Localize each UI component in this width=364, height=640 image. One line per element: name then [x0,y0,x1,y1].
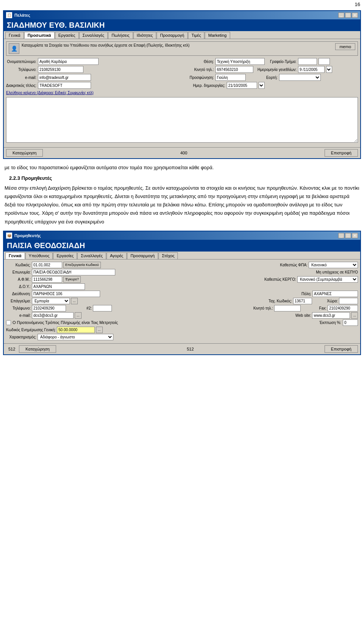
email-input[interactable] [38,74,91,81]
close2-button[interactable]: ✕ [352,233,358,238]
tab2-ypeythinos[interactable]: Υπεύθυνος [25,252,53,259]
hash2-input[interactable] [93,305,112,311]
ekptosi-input[interactable] [343,319,358,326]
egkyro-button[interactable]: Έγκυρο? [63,276,81,283]
afm-input[interactable] [32,276,62,283]
prosfwnisi-row: Προσφώνηση: Εορτή: [184,74,358,81]
ekptosi-label: Έκπτωση %: [317,321,341,325]
prosfwnisi-label: Προσφώνηση: [184,75,214,80]
prosfwnisi-input[interactable] [215,74,246,81]
window-header-title: ΣΙΑΔΗΜΟΥ ΕΥΘ. ΒΑΣΙΛΙΚΗ [4,19,360,31]
restore2-button[interactable]: □ [345,233,351,238]
window-promitheftes: 📦 Προμηθευτής _ □ ✕ ΠΑΙΣΙΑ ΘΕΟΔΟΣΙΑΔΗ Γε… [3,231,361,355]
window-pelates: 📋 Πελάτες _ □ ✕ ΣΙΑΔΗΜΟΥ ΕΥΘ. ΒΑΣΙΛΙΚΗ Γ… [3,10,361,159]
kathestos-fpa-select[interactable]: Κανονικό [309,262,358,268]
tab2-synallages[interactable]: Συναλλαγές [77,252,106,259]
tab2-ergasies[interactable]: Εργασίες [53,252,77,259]
tab-prosarmogi[interactable]: Προσαρμογή [157,32,188,39]
tax-kwdikos-label: Ταχ. Κωδικός: [267,299,292,303]
form-col-right: Θέση: Γραφείο-Τμήμα: Κινητό τηλ.: Ημερομ… [184,58,358,90]
titlebar-pelates: 📋 Πελάτες _ □ ✕ [4,11,360,19]
tilefono-input[interactable] [38,66,83,73]
tab-idiothtes[interactable]: Ιδιότητες [133,32,157,39]
doy-input[interactable] [32,283,85,290]
checkbox-row: Ο Προτεινόμενος Τρόπος Πληρωμής είναι Το… [6,319,358,326]
tilefono2-row: Τηλέφωνο: #2: Κινητό τηλ.: Fax: [6,305,358,311]
section-number: 512 [6,346,17,352]
fax-label: Fax: [302,306,326,310]
minimize2-button[interactable]: _ [338,233,344,238]
xaraktirmos-select[interactable]: Αδιάφορο - άγνωστο [38,334,113,340]
tax-kwdikos-input[interactable] [293,298,312,304]
tab-genika[interactable]: Γενικά [5,32,24,39]
window2-icon: 📦 [6,233,12,239]
epaggelma-row: Επάγγελμα: Εμπορία ... Ταχ. Κωδικός: Χώρ… [6,298,358,304]
epaggelma-select[interactable]: Εμπορία [32,298,70,304]
kathestos-keyo-select[interactable]: Κανονικό (Συμπεριλαμβά [297,276,358,283]
grafeio-input1[interactable] [298,58,317,65]
kwdikos-label: Κωδικός: [6,263,31,267]
hash2-label: #2: [67,306,92,310]
free-text-label[interactable]: Ελεύθερο κείμενο (Διάφορες Ειδικές Συμφω… [6,91,358,95]
protos-tropos-checkbox[interactable] [6,320,11,325]
free-text-area[interactable] [6,97,358,143]
epexergasia-button[interactable]: Επεξεργασία Κωδικού [63,262,101,268]
tilefono2-label: Τηλέφωνο: [6,306,31,310]
email2-input[interactable] [32,312,74,319]
imer-dimiourgias-select[interactable]: ▼ [259,82,265,89]
tab-prosopika[interactable]: Προσωπικά [24,32,55,39]
eponimia-row: Επωνυμία: Μη υπόχρεος σε ΚΕΠΥΟ [6,269,358,275]
kinito-input[interactable] [215,66,253,73]
kwdikos-input[interactable] [32,262,62,268]
epaggelma-btn[interactable]: ... [71,298,78,304]
kwdikos-enimerwsis-btn[interactable]: ... [96,327,103,333]
tab2-stoxos[interactable]: Στόχος [158,252,178,259]
kathestos-fpa-label: Καθεστώς ΦΠΑ: [273,263,308,267]
xwra-input[interactable] [339,298,358,304]
tab2-prosarmogi[interactable]: Προσαρμογή [127,252,158,259]
tab2-genika[interactable]: Γενικά [5,252,25,259]
tab-synallages[interactable]: Συναλλαγές [79,32,108,39]
epistrofi-button[interactable]: Επιστροφή [325,149,358,157]
website-input[interactable] [312,312,350,319]
thesi-input[interactable] [215,58,265,65]
window2-footer: 512 Καταχώρηση 512 Επιστροφή [4,343,360,354]
memo-button[interactable]: memo [335,43,355,50]
email-row: e-mail: [6,74,180,81]
tab-times[interactable]: Τιμές [188,32,204,39]
minimize-button[interactable]: _ [338,13,344,18]
poli-input[interactable] [312,291,358,297]
onomateponimo-input[interactable] [38,58,99,65]
window2-body: Κωδικός: Επεξεργασία Κωδικού Καθεστώς ΦΠ… [4,259,360,343]
window2-header-title: ΠΑΙΣΙΑ ΘΕΟΔΟΣΙΑΔΗ [4,240,360,252]
imerominia-select[interactable]: ▼ [326,66,332,73]
dieythynsi-input[interactable] [32,291,100,297]
grafeio-input2[interactable] [318,58,330,65]
fax-input[interactable] [328,305,358,311]
tab2-agores[interactable]: Αγορές [107,252,127,259]
website-btn[interactable]: ... [351,312,358,319]
imerominia-input[interactable] [298,66,325,73]
kinito2-input[interactable] [274,305,301,311]
tilefono2-input[interactable] [32,305,66,311]
kataxwrisi-button[interactable]: Καταχώρηση [6,149,43,157]
imer-dimiourgias-input[interactable] [227,82,257,89]
paragraph2: Μέσα στην επιλογή Διαχείριση βρίσκεται ο… [5,184,359,226]
diakritikos-input[interactable] [38,82,91,89]
tab-ergasies[interactable]: Εργασίες [55,32,79,39]
email2-btn[interactable]: ... [75,312,82,319]
kwdikos-enimerwsis-input[interactable] [57,327,95,333]
info-box: 👤 Καταχωρίστε τα Στοιχεία του Υπεύθυνου … [6,41,358,56]
close-button[interactable]: ✕ [352,13,358,18]
email-label: e-mail: [6,75,36,80]
dieythynsi-label: Διεύθυνση: [6,292,31,296]
eponimia-input[interactable] [32,269,115,275]
titlebar2-left: 📦 Προμηθευτής [6,233,41,239]
tab-pwliseis[interactable]: Πωλήσεις [108,32,133,39]
dieythynsi-row: Διεύθυνση: Πόλη: [6,291,358,297]
epistrofi2-button[interactable]: Επιστροφή [325,345,358,353]
tab-marketing[interactable]: Marketing [205,32,230,39]
maximize-button[interactable]: □ [345,13,351,18]
eorth-select[interactable] [279,74,321,81]
kataxwrisi2-button[interactable]: Καταχώρηση [19,345,56,353]
